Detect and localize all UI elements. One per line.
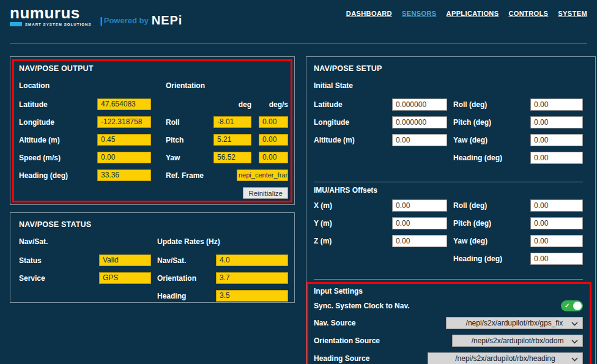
speed-row: Speed (m/s) 0.00 xyxy=(19,152,151,163)
header: numurus SMART SYSTEM SOLUTIONS | Powered… xyxy=(10,5,587,35)
reinitialize-button[interactable]: Reinitialize xyxy=(243,187,288,199)
heading-rate-label: Heading xyxy=(157,292,216,300)
initial-pitch-row: Pitch (deg) xyxy=(453,116,583,128)
service-output: GPS xyxy=(99,272,151,284)
offset-roll-row: Roll (deg) xyxy=(453,199,583,211)
orientation-rate-output: 3.7 xyxy=(216,272,288,284)
offset-heading-input[interactable] xyxy=(530,253,583,265)
pitch-rate-output: 0.00 xyxy=(259,134,288,146)
latitude-row: Latitude 47.654083 xyxy=(19,98,151,110)
initial-altitude-input[interactable] xyxy=(392,134,447,146)
orientation-source-value: /nepi/s2x/ardupilot/rbx/odom xyxy=(472,336,564,345)
offset-x-input[interactable] xyxy=(392,199,447,212)
navsat-heading: Nav/Sat. xyxy=(19,237,151,246)
initial-heading-row: Heading (deg) xyxy=(453,152,583,163)
offset-y-label: Y (m) xyxy=(314,219,392,228)
altitude-output: 0.45 xyxy=(97,134,151,146)
pipe-divider: | xyxy=(100,15,103,26)
initial-longitude-label: Longitude xyxy=(314,118,392,127)
roll-deg-output: -8.01 xyxy=(213,116,251,128)
nav-link-controls[interactable]: CONTROLS xyxy=(508,10,548,17)
heading-label: Heading (deg) xyxy=(19,171,97,180)
nav-source-value: /nepi/s2x/ardupilot/rbx/gps_fix xyxy=(466,319,563,327)
deg-per-s-column-header: deg/s xyxy=(259,100,288,109)
offset-z-row: Z (m) xyxy=(314,235,447,247)
yaw-row: Yaw 56.52 0.00 xyxy=(166,152,288,163)
heading-source-row: Heading Source /nepi/s2x/ardupilot/rbx/h… xyxy=(314,352,583,364)
altitude-label: Altitude (m) xyxy=(19,136,97,144)
location-heading: Location xyxy=(19,81,151,90)
initial-roll-row: Roll (deg) xyxy=(453,98,583,110)
heading-rate-output: 3.5 xyxy=(216,290,288,302)
initial-latitude-input[interactable] xyxy=(392,98,447,111)
offset-z-input[interactable] xyxy=(392,235,447,247)
offset-heading-label: Heading (deg) xyxy=(453,254,530,263)
input-settings-heading: Input Settings xyxy=(314,287,583,295)
initial-pitch-label: Pitch (deg) xyxy=(453,118,530,127)
ref-frame-output: nepi_center_frame xyxy=(237,169,288,181)
initial-altitude-row: Altitude (m) xyxy=(314,134,447,146)
chevron-down-icon xyxy=(571,322,578,326)
speed-output: 0.00 xyxy=(97,152,151,163)
pitch-row: Pitch 5.21 0.00 xyxy=(166,134,288,146)
status-output: Valid xyxy=(99,254,151,266)
sync-clock-label: Sync. System Clock to Nav. xyxy=(314,302,561,310)
nav-link-system[interactable]: SYSTEM xyxy=(558,10,587,17)
orientation-source-select[interactable]: /nepi/s2x/ardupilot/rbx/odom xyxy=(452,335,583,347)
initial-latitude-label: Latitude xyxy=(314,100,392,109)
longitude-output: -122.318758 xyxy=(97,116,151,128)
orientation-source-row: Orientation Source /nepi/s2x/ardupilot/r… xyxy=(314,335,583,347)
brand-bar-icon xyxy=(10,22,22,26)
initial-pitch-input[interactable] xyxy=(530,116,583,128)
initial-heading-input[interactable] xyxy=(530,152,583,164)
imu-offsets-heading: IMU/AHRS Offsets xyxy=(314,186,583,195)
nav-source-select[interactable]: /nepi/s2x/ardupilot/rbx/gps_fix xyxy=(446,317,583,329)
chevron-down-icon xyxy=(571,357,578,362)
nav-link-sensors[interactable]: SENSORS xyxy=(402,10,437,17)
orientation-source-label: Orientation Source xyxy=(314,336,452,345)
offset-pitch-label: Pitch (deg) xyxy=(453,219,530,228)
initial-roll-label: Roll (deg) xyxy=(453,100,530,109)
setup-panel-title: NAV/POSE SETUP xyxy=(314,64,583,73)
initial-yaw-input[interactable] xyxy=(530,134,583,146)
offset-y-input[interactable] xyxy=(392,217,447,229)
sync-clock-toggle[interactable]: ✓ xyxy=(561,300,583,311)
orientation-heading: Orientation xyxy=(166,81,288,90)
longitude-row: Longitude -122.318758 xyxy=(19,116,151,128)
nav-pose-setup-panel: NAV/POSE SETUP Initial State Latitude Lo… xyxy=(306,56,596,364)
status-row: Status Valid xyxy=(19,254,151,266)
roll-row: Roll -8.01 0.00 xyxy=(166,116,288,128)
orientation-rate-label: Orientation xyxy=(157,274,216,283)
heading-source-label: Heading Source xyxy=(314,354,428,363)
setup-divider-1 xyxy=(314,182,583,182)
pitch-deg-output: 5.21 xyxy=(213,134,251,146)
roll-label: Roll xyxy=(166,118,213,127)
heading-output: 33.36 xyxy=(97,169,151,181)
status-label: Status xyxy=(19,256,99,265)
heading-source-select[interactable]: /nepi/s2x/ardupilot/rbx/heading xyxy=(428,352,583,364)
powered-by-text: Powered by xyxy=(104,16,149,25)
offset-roll-input[interactable] xyxy=(530,199,583,212)
nav-link-applications[interactable]: APPLICATIONS xyxy=(447,10,499,17)
red-annotation-input-settings: Input Settings Sync. System Clock to Nav… xyxy=(306,282,591,364)
navsat-rate-label: Nav/Sat. xyxy=(157,256,216,265)
initial-roll-input[interactable] xyxy=(530,98,583,111)
longitude-label: Longitude xyxy=(19,118,97,127)
altitude-row: Altitude (m) 0.45 xyxy=(19,134,151,146)
initial-latitude-row: Latitude xyxy=(314,98,447,110)
initial-longitude-input[interactable] xyxy=(392,116,447,128)
yaw-deg-output: 56.52 xyxy=(213,152,251,163)
nav-link-dashboard[interactable]: DASHBOARD xyxy=(346,10,392,17)
numurus-logo: numurus SMART SYSTEM SOLUTIONS | Powered… xyxy=(10,5,182,35)
offset-x-label: X (m) xyxy=(314,201,392,210)
nav-source-row: Nav. Source /nepi/s2x/ardupilot/rbx/gps_… xyxy=(314,317,583,329)
nav-pose-status-panel: NAV/POSE STATUS Nav/Sat. Status Valid Se… xyxy=(10,212,295,303)
offset-x-row: X (m) xyxy=(314,199,447,211)
offset-yaw-input[interactable] xyxy=(530,235,583,247)
output-panel-title: NAV/POSE OUTPUT xyxy=(19,64,288,73)
nav-source-label: Nav. Source xyxy=(314,319,446,327)
offset-pitch-input[interactable] xyxy=(530,217,583,229)
brand-tagline: SMART SYSTEM SOLUTIONS xyxy=(25,23,92,26)
chevron-down-icon xyxy=(571,340,578,344)
ref-frame-label: Ref. Frame xyxy=(166,171,237,180)
